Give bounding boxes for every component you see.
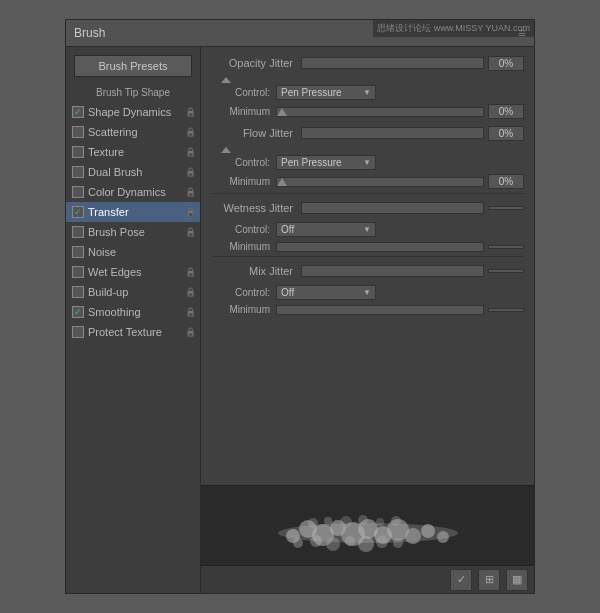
checkbox-smoothing[interactable]: ✓ bbox=[72, 306, 84, 318]
minimum1-thumb bbox=[277, 108, 287, 116]
mix-jitter-row: Mix Jitter bbox=[211, 261, 524, 281]
minimum4-value[interactable] bbox=[488, 308, 524, 312]
tool-btn-new[interactable]: ▦ bbox=[506, 569, 528, 591]
mix-jitter-slider[interactable] bbox=[301, 265, 484, 277]
lock-icon-wet-edges: 🔒 bbox=[185, 267, 196, 277]
opacity-jitter-slider[interactable] bbox=[301, 57, 484, 69]
control2-dropdown[interactable]: Pen Pressure ▼ bbox=[276, 155, 376, 170]
minimum2-slider[interactable] bbox=[276, 177, 484, 187]
lock-icon-brush-pose: 🔒 bbox=[185, 227, 196, 237]
control1-row: Control: Pen Pressure ▼ bbox=[211, 85, 524, 100]
label-build-up: Build-up bbox=[88, 286, 183, 298]
checkbox-shape-dynamics[interactable]: ✓ bbox=[72, 106, 84, 118]
up-arrow-icon2 bbox=[221, 147, 231, 153]
control3-label: Control: bbox=[221, 224, 276, 235]
minimum1-slider[interactable] bbox=[276, 107, 484, 117]
svg-point-19 bbox=[308, 518, 318, 528]
sidebar-item-shape-dynamics[interactable]: ✓Shape Dynamics🔒 bbox=[66, 102, 200, 122]
dropdown1-arrow: ▼ bbox=[363, 88, 371, 97]
mix-jitter-label: Mix Jitter bbox=[211, 265, 301, 277]
minimum4-label: Minimum bbox=[221, 304, 276, 315]
dropdown3-arrow: ▼ bbox=[363, 225, 371, 234]
svg-point-15 bbox=[345, 536, 355, 546]
svg-point-16 bbox=[358, 536, 374, 552]
minimum2-value[interactable]: 0% bbox=[488, 174, 524, 189]
tool-btn-grid[interactable]: ⊞ bbox=[478, 569, 500, 591]
control2-label: Control: bbox=[221, 157, 276, 168]
svg-point-23 bbox=[376, 518, 384, 526]
sidebar-item-smoothing[interactable]: ✓Smoothing🔒 bbox=[66, 302, 200, 322]
sidebar-item-brush-pose[interactable]: Brush Pose🔒 bbox=[66, 222, 200, 242]
label-color-dynamics: Color Dynamics bbox=[88, 186, 183, 198]
svg-point-22 bbox=[358, 515, 368, 525]
flow-jitter-label: Flow Jitter bbox=[211, 127, 301, 139]
sidebar: Brush Presets Brush Tip Shape ✓Shape Dyn… bbox=[66, 47, 201, 593]
label-texture: Texture bbox=[88, 146, 183, 158]
flow-jitter-slider[interactable] bbox=[301, 127, 484, 139]
checkbox-noise[interactable] bbox=[72, 246, 84, 258]
lock-icon-transfer: 🔒 bbox=[185, 207, 196, 217]
label-wet-edges: Wet Edges bbox=[88, 266, 183, 278]
svg-point-17 bbox=[376, 536, 388, 548]
checkbox-protect-texture[interactable] bbox=[72, 326, 84, 338]
svg-point-10 bbox=[421, 524, 435, 538]
label-noise: Noise bbox=[88, 246, 196, 258]
content-area: Opacity Jitter 0% Control: Pen Pressure … bbox=[201, 47, 534, 593]
minimum3-row: Minimum bbox=[211, 241, 524, 252]
control1-dropdown[interactable]: Pen Pressure ▼ bbox=[276, 85, 376, 100]
opacity-jitter-value[interactable]: 0% bbox=[488, 56, 524, 71]
svg-point-20 bbox=[324, 517, 332, 525]
lock-icon-protect-texture: 🔒 bbox=[185, 327, 196, 337]
svg-point-21 bbox=[340, 516, 352, 528]
minimum1-value[interactable]: 0% bbox=[488, 104, 524, 119]
bottom-toolbar: ✓ ⊞ ▦ bbox=[201, 565, 534, 593]
minimum3-slider[interactable] bbox=[276, 242, 484, 252]
lock-icon-smoothing: 🔒 bbox=[185, 307, 196, 317]
lock-icon-texture: 🔒 bbox=[185, 147, 196, 157]
wetness-jitter-row: Wetness Jitter bbox=[211, 198, 524, 218]
wetness-jitter-label: Wetness Jitter bbox=[211, 202, 301, 214]
triangle-row1 bbox=[211, 77, 524, 83]
control3-row: Control: Off ▼ bbox=[211, 222, 524, 237]
checkbox-scattering[interactable] bbox=[72, 126, 84, 138]
checkbox-transfer[interactable]: ✓ bbox=[72, 206, 84, 218]
control3-dropdown[interactable]: Off ▼ bbox=[276, 222, 376, 237]
checkbox-brush-pose[interactable] bbox=[72, 226, 84, 238]
sidebar-item-noise[interactable]: Noise bbox=[66, 242, 200, 262]
panel-body: Brush Presets Brush Tip Shape ✓Shape Dyn… bbox=[66, 47, 534, 593]
flow-jitter-value[interactable]: 0% bbox=[488, 126, 524, 141]
control4-dropdown[interactable]: Off ▼ bbox=[276, 285, 376, 300]
checkbox-wet-edges[interactable] bbox=[72, 266, 84, 278]
brush-presets-button[interactable]: Brush Presets bbox=[74, 55, 192, 77]
sidebar-items-list: ✓Shape Dynamics🔒Scattering🔒Texture🔒Dual … bbox=[66, 102, 200, 342]
sidebar-item-texture[interactable]: Texture🔒 bbox=[66, 142, 200, 162]
checkbox-color-dynamics[interactable] bbox=[72, 186, 84, 198]
minimum2-label: Minimum bbox=[221, 176, 276, 187]
wetness-jitter-value[interactable] bbox=[488, 206, 524, 210]
sidebar-item-scattering[interactable]: Scattering🔒 bbox=[66, 122, 200, 142]
checkbox-texture[interactable] bbox=[72, 146, 84, 158]
svg-point-14 bbox=[326, 537, 340, 551]
sidebar-item-wet-edges[interactable]: Wet Edges🔒 bbox=[66, 262, 200, 282]
wetness-jitter-slider[interactable] bbox=[301, 202, 484, 214]
minimum2-row: Minimum 0% bbox=[211, 174, 524, 189]
minimum4-slider[interactable] bbox=[276, 305, 484, 315]
sidebar-item-color-dynamics[interactable]: Color Dynamics🔒 bbox=[66, 182, 200, 202]
minimum1-label: Minimum bbox=[221, 106, 276, 117]
svg-point-9 bbox=[405, 528, 421, 544]
lock-icon-dual-brush: 🔒 bbox=[185, 167, 196, 177]
sidebar-item-transfer[interactable]: ✓Transfer🔒 bbox=[66, 202, 200, 222]
sidebar-item-dual-brush[interactable]: Dual Brush🔒 bbox=[66, 162, 200, 182]
checkbox-dual-brush[interactable] bbox=[72, 166, 84, 178]
checkbox-build-up[interactable] bbox=[72, 286, 84, 298]
tool-btn-check[interactable]: ✓ bbox=[450, 569, 472, 591]
mix-jitter-value[interactable] bbox=[488, 269, 524, 273]
lock-icon-build-up: 🔒 bbox=[185, 287, 196, 297]
opacity-jitter-row: Opacity Jitter 0% bbox=[211, 53, 524, 73]
minimum3-value[interactable] bbox=[488, 245, 524, 249]
brush-tip-shape-label: Brush Tip Shape bbox=[66, 85, 200, 102]
sidebar-item-build-up[interactable]: Build-up🔒 bbox=[66, 282, 200, 302]
svg-point-12 bbox=[293, 538, 303, 548]
sidebar-item-protect-texture[interactable]: Protect Texture🔒 bbox=[66, 322, 200, 342]
dropdown2-arrow: ▼ bbox=[363, 158, 371, 167]
